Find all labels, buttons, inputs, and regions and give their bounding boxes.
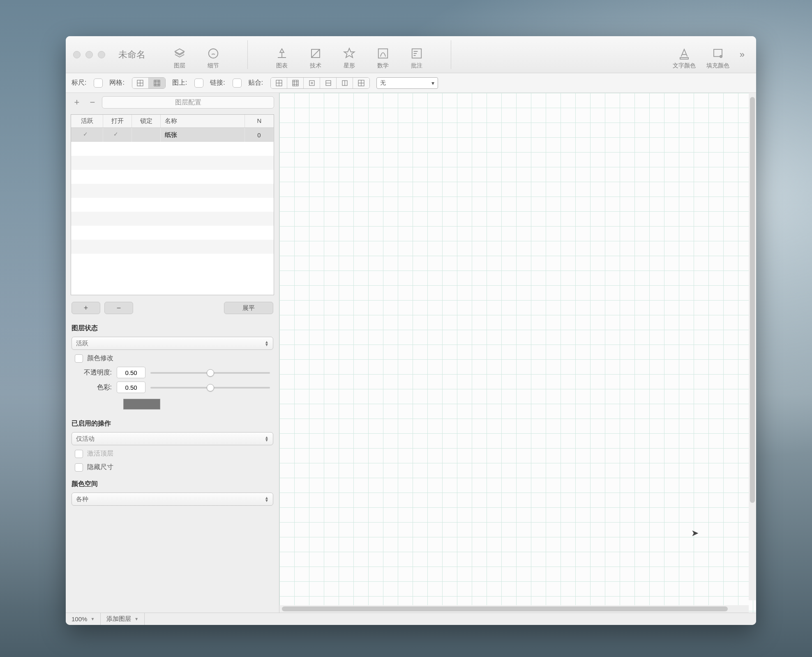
toolbar-overflow-button[interactable]: » <box>736 49 749 60</box>
table-row[interactable] <box>71 142 274 156</box>
hide-dims-checkbox[interactable] <box>75 463 83 472</box>
snap-opt-1[interactable] <box>271 78 287 88</box>
details-icon <box>207 47 219 60</box>
table-row[interactable] <box>71 240 274 254</box>
updown-icon: ▲▼ <box>265 436 269 442</box>
layers-button[interactable]: 图层 <box>165 40 194 69</box>
math-button[interactable]: 数学 <box>369 40 397 69</box>
color-swatch[interactable] <box>123 399 160 409</box>
table-remove-button[interactable]: − <box>104 302 133 314</box>
flatten-button[interactable]: 展平 <box>224 302 273 314</box>
opacity-field[interactable] <box>117 367 145 378</box>
sidebar-remove-button[interactable]: − <box>86 96 99 109</box>
opacity-slider[interactable] <box>150 368 270 377</box>
annotation-button[interactable]: 批注 <box>402 40 431 69</box>
on-image-label: 图上: <box>172 79 187 87</box>
chart-button[interactable]: 图表 <box>268 40 296 69</box>
on-image-checkbox[interactable] <box>194 79 203 88</box>
annotation-icon <box>411 47 423 60</box>
color-modify-checkbox[interactable] <box>75 354 83 363</box>
table-row[interactable] <box>71 184 274 198</box>
grid-segment <box>132 77 166 89</box>
svg-rect-2 <box>378 49 388 58</box>
snap-opt-4[interactable] <box>320 78 337 88</box>
enabled-ops-value: 仅活动 <box>76 435 95 443</box>
fill-color-label: 填充颜色 <box>706 62 729 69</box>
table-row[interactable] <box>71 170 274 184</box>
col-lock[interactable]: 锁定 <box>132 115 161 127</box>
enabled-ops-title: 已启用的操作 <box>66 414 279 430</box>
toolbar-group-view: 图层 细节 <box>165 40 228 69</box>
table-row[interactable]: ✓ ✓ 纸张 0 <box>71 128 274 142</box>
col-active[interactable]: 活跃 <box>71 115 103 127</box>
fill-color-button[interactable]: 填充颜色 <box>704 40 732 69</box>
vertical-scrollbar[interactable] <box>749 93 756 600</box>
sidebar-header: + − 图层配置 <box>66 93 279 112</box>
fill-color-icon <box>712 47 724 60</box>
table-add-button[interactable]: + <box>72 302 100 314</box>
link-checkbox[interactable] <box>233 79 242 88</box>
hide-dims-label: 隐藏尺寸 <box>87 463 113 472</box>
toolbar-divider-2 <box>451 40 451 69</box>
updown-icon: ▲▼ <box>265 340 269 346</box>
add-layer-label: 添加图层 <box>106 615 131 623</box>
table-row[interactable] <box>71 226 274 240</box>
text-color-label: 文字颜色 <box>673 62 696 69</box>
grid-coarse-button[interactable] <box>132 78 149 88</box>
layers-icon <box>173 47 186 60</box>
snap-opt-3[interactable] <box>304 78 320 88</box>
color-space-dropdown[interactable]: 各种 ▲▼ <box>72 493 273 506</box>
canvas-area[interactable]: ➤ <box>279 93 756 613</box>
snap-dropdown[interactable]: 无 ▾ <box>376 77 438 89</box>
color-slider[interactable] <box>150 383 270 391</box>
activate-top-row: 激活顶层 <box>66 447 279 460</box>
activate-top-label: 激活顶层 <box>87 449 113 458</box>
horizontal-scrollbar[interactable] <box>279 605 749 613</box>
chevron-down-icon: ▼ <box>134 617 138 621</box>
snap-opt-6[interactable] <box>353 78 369 88</box>
updown-icon: ▲▼ <box>265 496 269 502</box>
details-button[interactable]: 细节 <box>199 40 228 69</box>
svg-rect-8 <box>154 80 160 86</box>
col-n[interactable]: N <box>245 115 274 127</box>
ruler-checkbox[interactable] <box>94 79 103 88</box>
add-layer-menu[interactable]: 添加图层 ▼ <box>101 613 145 625</box>
text-color-button[interactable]: 文字颜色 <box>670 40 699 69</box>
close-window-button[interactable] <box>73 51 81 58</box>
zoom-window-button[interactable] <box>98 51 105 58</box>
table-row[interactable] <box>71 198 274 212</box>
snap-opt-2[interactable] <box>287 78 304 88</box>
text-color-icon <box>678 47 690 60</box>
technology-icon <box>309 47 322 60</box>
svg-rect-10 <box>293 80 298 86</box>
toolbar-group-shapes: 图表 技术 星形 数学 批注 <box>268 40 431 69</box>
snap-opt-5[interactable] <box>337 78 353 88</box>
color-field[interactable] <box>117 382 145 393</box>
layer-table: 活跃 打开 锁定 名称 N ✓ ✓ 纸张 0 <box>71 114 274 295</box>
star-button[interactable]: 星形 <box>335 40 364 69</box>
minimize-window-button[interactable] <box>85 51 93 58</box>
layer-state-dropdown[interactable]: 活跃 ▲▼ <box>72 337 273 350</box>
table-row[interactable] <box>71 212 274 226</box>
table-row[interactable] <box>71 254 274 268</box>
col-open[interactable]: 打开 <box>103 115 132 127</box>
enabled-ops-dropdown[interactable]: 仅活动 ▲▼ <box>72 432 273 445</box>
row-n: 0 <box>245 128 274 142</box>
canvas-grid <box>279 93 756 613</box>
math-label: 数学 <box>377 62 389 69</box>
sidebar-add-button[interactable]: + <box>71 96 83 109</box>
annotation-label: 批注 <box>411 62 422 69</box>
layer-config-field[interactable]: 图层配置 <box>102 96 274 109</box>
table-row[interactable] <box>71 156 274 170</box>
status-bar: 100% ▼ 添加图层 ▼ <box>66 613 756 625</box>
color-modify-row: 颜色修改 <box>66 352 279 365</box>
grid-fine-button[interactable] <box>149 78 165 88</box>
titlebar: 未命名 图层 细节 图表 技术 星形 <box>66 36 756 73</box>
activate-top-checkbox[interactable] <box>75 450 83 458</box>
col-name[interactable]: 名称 <box>161 115 245 127</box>
details-label: 细节 <box>208 62 219 69</box>
technology-button[interactable]: 技术 <box>301 40 330 69</box>
svg-rect-4 <box>680 58 688 59</box>
grid-label: 网格: <box>109 79 124 87</box>
zoom-menu[interactable]: 100% ▼ <box>66 613 101 625</box>
